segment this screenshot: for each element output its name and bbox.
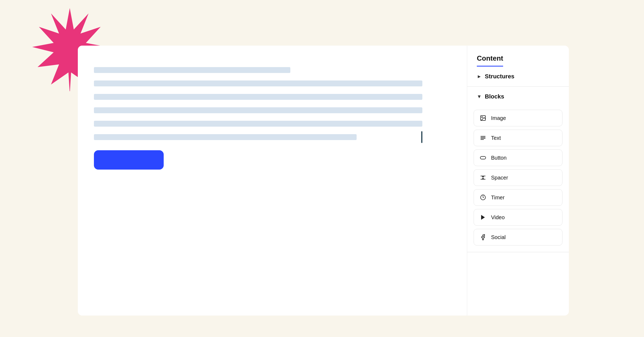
panel-header: Content (467, 46, 569, 67)
timer-block-label: Timer (491, 195, 504, 201)
content-line-4 (94, 121, 422, 127)
svg-rect-7 (480, 156, 486, 159)
structures-section: ► Structures (467, 67, 569, 87)
text-lines-icon (479, 134, 487, 142)
blocks-list: Image Text (467, 107, 569, 252)
block-item-image[interactable]: Image (474, 110, 562, 126)
blocks-accordion-header[interactable]: ▼ Blocks (467, 87, 569, 107)
main-container: Content ► Structures ▼ Blocks (78, 46, 569, 316)
spacer-block-label: Spacer (491, 175, 508, 181)
editor-panel (78, 46, 467, 316)
image-icon (479, 114, 487, 122)
content-tab[interactable]: Content (477, 54, 503, 67)
spacer-icon (479, 174, 487, 181)
block-item-spacer[interactable]: Spacer (474, 169, 562, 186)
social-icon (479, 233, 487, 241)
button-icon (479, 154, 487, 162)
blocks-label: Blocks (485, 93, 504, 100)
content-line-2 (94, 94, 422, 100)
block-item-social[interactable]: Social (474, 229, 562, 246)
block-item-text[interactable]: Text (474, 130, 562, 146)
structures-label: Structures (485, 73, 514, 80)
cursor-line-wrapper (94, 134, 422, 140)
structures-chevron-right-icon: ► (477, 74, 482, 79)
block-item-timer[interactable]: Timer (474, 189, 562, 206)
content-line-5 (94, 134, 357, 140)
right-panel: Content ► Structures ▼ Blocks (467, 46, 569, 316)
block-item-video[interactable]: Video (474, 209, 562, 226)
image-block-label: Image (491, 115, 506, 121)
social-block-label: Social (491, 234, 506, 240)
content-line-1 (94, 80, 422, 86)
text-cursor (421, 131, 422, 143)
content-line-3 (94, 107, 422, 113)
timer-icon (479, 194, 487, 201)
button-block-label: Button (491, 155, 507, 161)
svg-marker-16 (481, 215, 485, 220)
blocks-chevron-down-icon: ▼ (477, 94, 482, 100)
cta-button-placeholder (94, 150, 164, 170)
video-icon (479, 214, 487, 221)
block-item-button[interactable]: Button (474, 149, 562, 166)
video-block-label: Video (491, 214, 505, 221)
structures-accordion-header[interactable]: ► Structures (467, 67, 569, 86)
svg-point-2 (482, 117, 482, 118)
text-block-label: Text (491, 135, 501, 141)
blocks-section: ▼ Blocks Image (467, 87, 569, 252)
title-placeholder-line (94, 67, 290, 73)
